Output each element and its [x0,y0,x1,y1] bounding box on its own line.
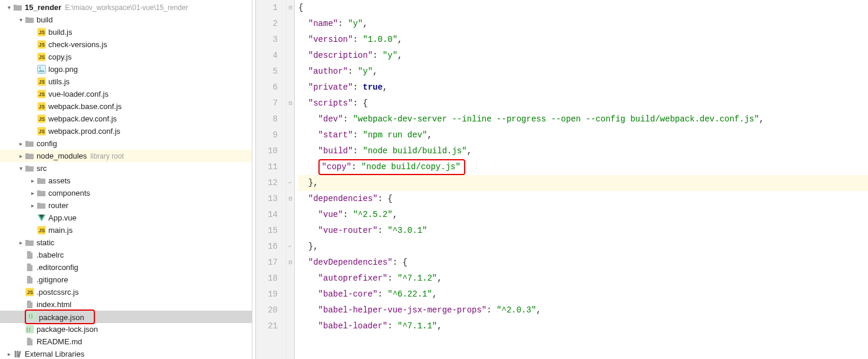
tree-item[interactable]: index.html [0,298,252,311]
json-icon: { } [27,311,37,320]
tree-item[interactable]: ▸components [0,187,252,199]
tree-item[interactable]: App.vue [0,212,252,224]
tree-item[interactable]: ▸router [0,199,252,212]
code-line[interactable]: { [298,0,868,16]
code-line[interactable]: "scripts": { [298,95,868,111]
fold-marker [287,80,294,95]
img-icon [37,65,46,74]
code-line[interactable]: "description": "y", [298,48,868,64]
tree-item-label: package.json [39,313,84,322]
tree-item[interactable]: .editorconfig [0,261,252,274]
tree-item[interactable]: JScopy.js [0,51,252,63]
fold-marker[interactable]: ⌐ [287,175,294,191]
code-editor[interactable]: 123456789101112131415161718192021 ⊟⊟⌐⊟⌐⊟… [252,0,868,359]
svg-text:JS: JS [38,228,45,233]
chevron-icon[interactable]: ▸ [28,177,37,184]
tree-item[interactable]: JS.postcssrc.js [0,286,252,298]
tree-item[interactable]: .babelrc [0,249,252,261]
tree-item[interactable]: ▾15_renderE:\miaov_workspace\01-vue\15_r… [0,1,252,14]
tree-item-label: vue-loader.conf.js [48,90,108,98]
fold-marker [287,302,294,318]
svg-text:JS: JS [38,104,45,110]
code-line[interactable]: "babel-loader": "^7.1.1", [298,318,868,334]
line-number: 9 [256,127,278,143]
code-line[interactable]: "devDependencies": { [298,255,868,271]
code-line[interactable]: }, [298,239,868,255]
tree-item[interactable]: { }package.json [0,311,252,323]
tree-item[interactable]: JSbuild.js [0,26,252,38]
svg-text:JS: JS [27,289,33,295]
tree-item[interactable]: JSwebpack.base.conf.js [0,100,252,113]
code-line[interactable]: "dependencies": { [298,191,868,207]
svg-text:JS: JS [38,91,45,97]
tree-item[interactable]: README.md [0,335,252,348]
line-number: 4 [256,48,278,64]
code-line[interactable]: "start": "npm run dev", [298,127,868,143]
tree-item[interactable]: JSwebpack.dev.conf.js [0,113,252,125]
line-number: 1 [256,0,278,16]
tree-item-label: webpack.prod.conf.js [48,127,120,136]
chevron-icon[interactable]: ▸ [5,351,13,357]
chevron-icon[interactable]: ▸ [28,190,37,196]
tree-item-label: check-versions.js [48,40,107,49]
tree-item[interactable]: ▸config [0,137,252,150]
tree-item[interactable]: ▸static [0,236,252,249]
fold-marker[interactable]: ⊟ [287,95,294,111]
file-icon [25,337,34,347]
tree-item-label: main.js [48,226,73,235]
chevron-icon[interactable]: ▾ [17,165,25,172]
chevron-icon[interactable]: ▾ [5,4,13,11]
tree-item[interactable]: JSutils.js [0,75,252,88]
json-icon: { } [25,325,34,334]
tree-item[interactable]: ▸assets [0,174,252,187]
js-icon: JS [37,90,46,99]
tree-item[interactable]: ▸node_moduleslibrary root [0,150,252,162]
code-line[interactable]: "private": true, [298,80,868,95]
code-line[interactable]: "vue-router": "^3.0.1" [298,223,868,239]
fold-marker [287,111,294,127]
tree-item[interactable]: ▾build [0,14,252,26]
tree-item-label: 15_render [25,3,61,12]
code-line[interactable]: "vue": "^2.5.2", [298,207,868,223]
code-line[interactable]: "babel-core": "^6.22.1", [298,286,868,302]
chevron-icon[interactable]: ▸ [17,239,25,246]
fold-marker[interactable]: ⊟ [287,191,294,207]
line-number: 12 [256,175,278,191]
fold-marker [287,223,294,239]
fold-marker [287,271,294,286]
code-line[interactable]: "copy": "node build/copy.js" [298,159,868,175]
fold-marker[interactable]: ⊟ [287,0,294,16]
js-icon: JS [25,288,34,297]
code-line[interactable]: "babel-helper-vue-jsx-merge-props": "^2.… [298,302,868,318]
code-line[interactable]: "name": "y", [298,16,868,32]
fold-marker[interactable]: ⊟ [287,255,294,271]
code-line[interactable]: "dev": "webpack-dev-server --inline --pr… [298,111,868,127]
fold-marker [287,318,294,334]
code-line[interactable]: "build": "node build/build.js", [298,143,868,159]
tree-item[interactable]: JSmain.js [0,224,252,236]
project-path: E:\miaov_workspace\01-vue\15_render [65,4,188,12]
tree-item-label: src [37,164,47,173]
code-line[interactable]: "author": "y", [298,64,868,80]
chevron-icon[interactable]: ▸ [28,202,37,209]
tree-item[interactable]: { }package-lock.json [0,323,252,335]
fold-marker [287,286,294,302]
tree-item[interactable]: JScheck-versions.js [0,38,252,51]
chevron-icon[interactable]: ▾ [17,17,25,23]
tree-item[interactable]: ▾src [0,162,252,174]
code-line[interactable]: "autoprefixer": "^7.1.2", [298,271,868,286]
tree-item[interactable]: JSwebpack.prod.conf.js [0,125,252,137]
file-icon [25,251,34,260]
project-tree[interactable]: ▾15_renderE:\miaov_workspace\01-vue\15_r… [0,0,252,359]
tree-item-label: logo.png [48,65,78,74]
tree-item[interactable]: .gitignore [0,274,252,286]
line-number: 8 [256,111,278,127]
chevron-icon[interactable]: ▸ [17,153,25,159]
tree-item[interactable]: JSvue-loader.conf.js [0,88,252,100]
chevron-icon[interactable]: ▸ [17,140,25,147]
tree-item[interactable]: logo.png [0,63,252,75]
tree-item[interactable]: ▸External Libraries [0,348,252,359]
code-line[interactable]: "version": "1.0.0", [298,32,868,48]
code-line[interactable]: }, [298,175,868,191]
fold-marker[interactable]: ⌐ [287,239,294,255]
